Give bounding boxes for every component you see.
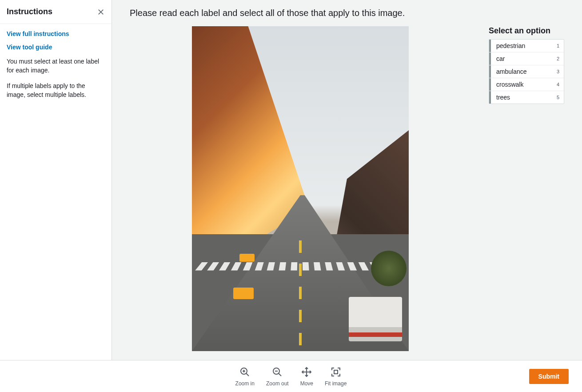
image-viewport[interactable] (130, 26, 471, 351)
bottom-toolbar: Zoom in Zoom out Move Fit image (0, 360, 582, 392)
view-full-instructions-link[interactable]: View full instructions (7, 30, 105, 37)
svg-rect-9 (334, 370, 338, 374)
instructions-sidebar: Instructions View full instructions View… (0, 0, 112, 360)
option-label: car (494, 55, 505, 62)
sidebar-text-2: If multiple labels apply to the image, s… (7, 81, 105, 100)
option-car[interactable]: car 2 (489, 52, 564, 65)
move-button[interactable]: Move (300, 366, 313, 387)
tool-label: Zoom in (235, 380, 255, 387)
option-label: crosswalk (494, 81, 523, 88)
sidebar-title: Instructions (7, 7, 52, 16)
zoom-out-button[interactable]: Zoom out (266, 366, 289, 387)
tool-label: Fit image (325, 380, 347, 387)
option-shortcut: 4 (557, 82, 559, 87)
submit-button[interactable]: Submit (529, 369, 569, 384)
option-label: ambulance (494, 68, 527, 75)
option-pedestrian[interactable]: pedestrian 1 (489, 40, 564, 52)
tool-label: Move (300, 380, 313, 387)
options-panel: Select an option pedestrian 1 car 2 ambu… (489, 26, 564, 351)
options-list: pedestrian 1 car 2 ambulance 3 crosswa (489, 39, 564, 104)
zoom-in-button[interactable]: Zoom in (235, 366, 255, 387)
options-title: Select an option (489, 26, 564, 36)
move-icon (301, 366, 312, 378)
option-label: trees (494, 94, 510, 101)
tool-label: Zoom out (266, 380, 289, 387)
option-crosswalk[interactable]: crosswalk 4 (489, 78, 564, 91)
close-icon[interactable] (97, 8, 105, 16)
option-shortcut: 3 (557, 69, 559, 74)
option-shortcut: 1 (557, 43, 559, 48)
option-ambulance[interactable]: ambulance 3 (489, 65, 564, 78)
task-prompt: Please read each label and select all of… (112, 0, 582, 26)
main-panel: Please read each label and select all of… (112, 0, 582, 360)
option-shortcut: 5 (557, 95, 559, 100)
option-trees[interactable]: trees 5 (489, 91, 564, 104)
svg-line-1 (246, 373, 249, 376)
sidebar-header: Instructions (0, 0, 112, 24)
option-shortcut: 2 (557, 56, 559, 61)
zoom-in-icon (239, 366, 251, 378)
sidebar-text-1: You must select at least one label for e… (7, 57, 105, 75)
fit-image-icon (330, 366, 342, 378)
option-label: pedestrian (494, 42, 525, 49)
view-tool-guide-link[interactable]: View tool guide (7, 44, 105, 51)
task-image (192, 26, 409, 351)
zoom-out-icon (271, 366, 283, 378)
fit-image-button[interactable]: Fit image (325, 366, 347, 387)
svg-line-5 (279, 373, 281, 376)
